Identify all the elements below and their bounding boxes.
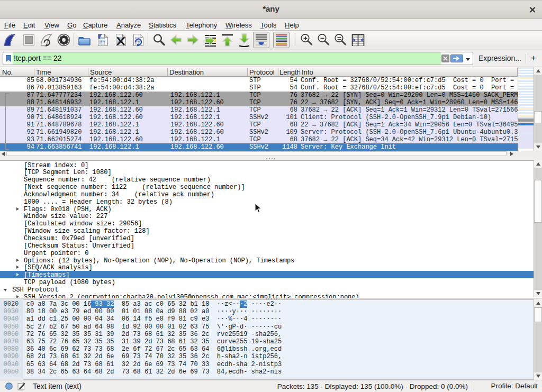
svg-text:0111: 0111 (100, 42, 105, 45)
